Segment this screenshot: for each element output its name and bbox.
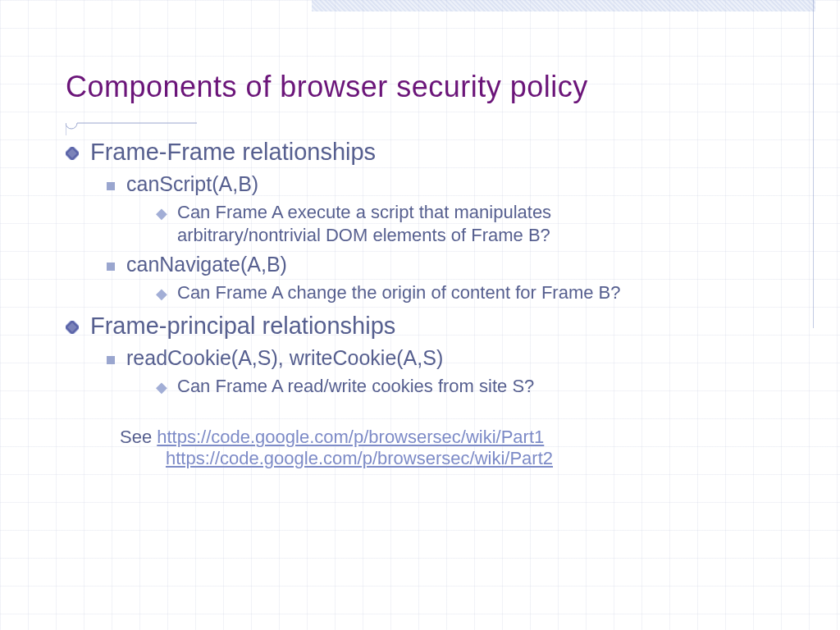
diamond-dot-icon: ◆ — [156, 378, 167, 397]
bullet-level3: ◆ Can Frame A change the origin of conte… — [156, 281, 664, 304]
diamond-bullet-icon — [66, 321, 79, 334]
bullet-level3: ◆ Can Frame A read/write cookies from si… — [156, 375, 664, 398]
slide-body: Frame-Frame relationships canScript(A,B)… — [66, 139, 791, 469]
decorative-right-rule — [813, 0, 814, 328]
bullet-level2: readCookie(A,S), writeCookie(A,S) — [107, 346, 791, 370]
diamond-bullet-icon — [66, 147, 79, 160]
section1-heading: Frame-Frame relationships — [90, 139, 376, 166]
section2-heading: Frame-principal relationships — [90, 313, 395, 340]
title-ornament-icon — [66, 111, 197, 135]
bullet-level1: Frame-Frame relationships — [66, 139, 791, 166]
bullet-level2: canScript(A,B) — [107, 172, 791, 196]
square-bullet-icon — [107, 182, 115, 190]
bullet-level3: ◆ Can Frame A execute a script that mani… — [156, 201, 664, 246]
diamond-dot-icon: ◆ — [156, 204, 167, 223]
decorative-top-bar — [312, 0, 815, 11]
bullet-level2: canNavigate(A,B) — [107, 253, 791, 276]
slide-title: Components of browser security policy — [66, 70, 791, 104]
square-bullet-icon — [107, 262, 115, 271]
footer-references: See https://code.google.com/p/browsersec… — [120, 427, 791, 469]
section1-item0-detail: Can Frame A execute a script that manipu… — [177, 201, 664, 246]
section1-item0-label: canScript(A,B) — [126, 172, 258, 196]
section2-item0-label: readCookie(A,S), writeCookie(A,S) — [126, 346, 443, 370]
section1-item1-detail: Can Frame A change the origin of content… — [177, 281, 621, 304]
bullet-level1: Frame-principal relationships — [66, 313, 791, 340]
square-bullet-icon — [107, 356, 115, 364]
section2-item0-detail: Can Frame A read/write cookies from site… — [177, 375, 534, 398]
reference-link-1[interactable]: https://code.google.com/p/browsersec/wik… — [157, 427, 544, 447]
diamond-dot-icon: ◆ — [156, 285, 167, 304]
slide-content: Components of browser security policy Fr… — [66, 70, 791, 469]
reference-link-2[interactable]: https://code.google.com/p/browsersec/wik… — [166, 448, 791, 469]
section1-item1-label: canNavigate(A,B) — [126, 253, 287, 276]
footer-prefix: See — [120, 427, 157, 447]
